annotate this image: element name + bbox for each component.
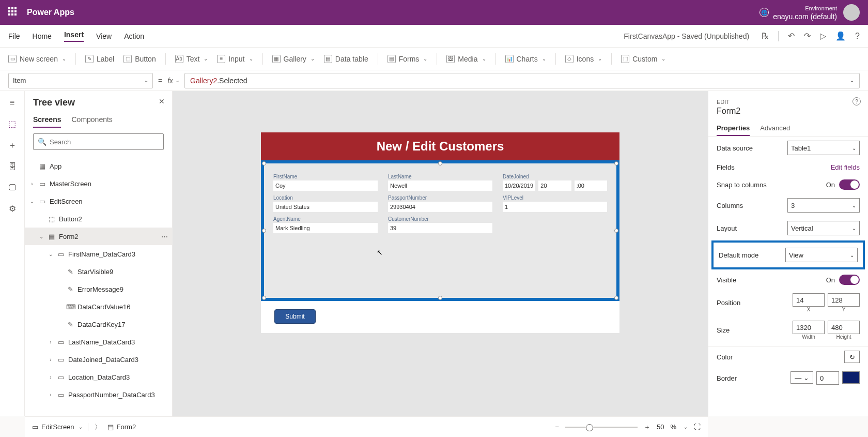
tree-item[interactable]: ›▭LastName_DataCard3 [25, 333, 172, 351]
menu-action[interactable]: Action [124, 32, 144, 40]
left-rail: ≡ ⬚ ＋ 🗄 🖵 ⚙ [0, 91, 25, 416]
tab-screens[interactable]: Screens [33, 112, 61, 128]
zoom-out-icon[interactable]: − [555, 423, 559, 431]
field-passport[interactable]: 29930404 [388, 202, 492, 212]
close-icon[interactable]: ✕ [159, 97, 165, 106]
menu-insert[interactable]: Insert [64, 31, 84, 42]
submit-button[interactable]: Submit [274, 309, 316, 324]
menu-file[interactable]: File [8, 32, 20, 40]
button-button[interactable]: ⬚Button [123, 55, 156, 63]
help-circle-icon[interactable]: ? [853, 97, 861, 106]
border-color-picker[interactable] [842, 371, 860, 384]
insert-toolbar: ▭New screen⌄ ✎Label ⬚Button AbText⌄ ≡Inp… [0, 48, 868, 70]
zoom-slider[interactable] [565, 427, 638, 428]
tab-properties[interactable]: Properties [717, 121, 750, 136]
field-datejoined-date[interactable]: 10/20/2019 [503, 180, 535, 191]
field-viplevel[interactable]: 1 [503, 202, 607, 212]
menu-view[interactable]: View [96, 32, 112, 40]
share-icon[interactable]: 👤 [835, 31, 846, 41]
input-button[interactable]: ≡Input⌄ [217, 55, 253, 63]
fit-icon[interactable]: ⛶ [694, 423, 701, 431]
search-input[interactable] [50, 138, 159, 146]
undo-icon[interactable]: ↶ [788, 31, 795, 41]
status-bar: ▭EditScreen⌄ 〉 ▤Form2 − ＋ 50 % ⌄ ⛶ [25, 416, 708, 437]
charts-button[interactable]: 📊Charts⌄ [505, 55, 546, 63]
pos-x-input[interactable]: 14 [793, 293, 825, 307]
tree-item[interactable]: ▦App [25, 157, 172, 175]
tree-item[interactable]: ✎ErrorMessage9 [25, 280, 172, 298]
zoom-dropdown-icon[interactable]: ⌄ [684, 424, 688, 430]
app-checker-icon[interactable]: ℞ [762, 31, 769, 41]
tree-item[interactable]: ›▭PassportNumber_DataCard3 [25, 386, 172, 403]
layout-select[interactable]: Vertical⌄ [787, 221, 860, 235]
media-button[interactable]: 🖼Media⌄ [446, 55, 486, 63]
advanced-tools-icon[interactable]: ⚙ [9, 204, 16, 214]
gallery-button[interactable]: ▦Gallery⌄ [272, 55, 315, 63]
formula-input[interactable]: Gallery2.Selected ⌄ [184, 73, 860, 88]
snap-toggle[interactable] [839, 179, 860, 190]
custom-button[interactable]: ⬚Custom⌄ [621, 55, 665, 63]
tree-search[interactable]: 🔍 [33, 133, 164, 150]
env-label: Environment [805, 5, 837, 11]
zoom-in-icon[interactable]: ＋ [644, 423, 650, 432]
tree-item[interactable]: ›▭DateJoined_DataCard3 [25, 351, 172, 368]
canvas-area[interactable]: New / Edit Customers ↖ FirstNameCoy Last… [173, 91, 708, 416]
new-screen-button[interactable]: ▭New screen⌄ [8, 55, 66, 63]
add-icon[interactable]: ＋ [8, 140, 17, 151]
default-mode-highlight: Default modeView⌄ [711, 240, 865, 269]
border-width-input[interactable]: 0 [816, 371, 839, 385]
visible-toggle[interactable] [839, 275, 860, 285]
field-agentname[interactable]: Mark Siedling [273, 223, 378, 233]
avatar[interactable] [843, 4, 860, 21]
fx-icon[interactable]: fx⌄ [167, 77, 179, 85]
play-icon[interactable]: ▷ [820, 31, 826, 41]
property-selector[interactable]: Item⌄ [8, 73, 153, 88]
tree-item[interactable]: ⌨DataCardValue16 [25, 298, 172, 315]
datatable-button[interactable]: ▤Data table [324, 55, 368, 63]
form2-selection[interactable]: ↖ FirstNameCoy LastNameNewell DateJoined… [261, 160, 619, 301]
media-rail-icon[interactable]: 🖵 [8, 183, 17, 192]
hamburger-icon[interactable]: ≡ [10, 98, 14, 108]
menu-home[interactable]: Home [33, 32, 52, 40]
breadcrumb-screen[interactable]: ▭EditScreen⌄ [32, 423, 88, 431]
tree-item[interactable]: ✎StarVisible9 [25, 263, 172, 280]
expand-formula-icon[interactable]: ⌄ [850, 78, 854, 83]
border-style-select[interactable]: — ⌄ [791, 371, 813, 384]
text-button[interactable]: AbText⌄ [175, 55, 208, 63]
environment-picker[interactable]: Environment enayu.com (default) [773, 4, 837, 21]
tree-item[interactable]: ⌄▭EditScreen [25, 192, 172, 210]
field-datejoined-hour[interactable]: 20 [538, 180, 571, 191]
default-mode-select[interactable]: View⌄ [785, 248, 858, 262]
edit-fields-link[interactable]: Edit fields [831, 163, 860, 171]
tab-advanced[interactable]: Advanced [760, 121, 790, 136]
tree-item[interactable]: ›▭MasterScreen [25, 175, 172, 192]
redo-icon[interactable]: ↷ [804, 31, 811, 41]
data-icon[interactable]: 🗄 [8, 162, 17, 172]
columns-select[interactable]: 3⌄ [787, 198, 860, 213]
tree-item[interactable]: ✎DataCardKey17 [25, 315, 172, 333]
field-firstname[interactable]: Coy [273, 180, 378, 191]
height-input[interactable]: 480 [828, 321, 860, 334]
tree-item[interactable]: ⌄▤Form2⋯ [25, 228, 172, 245]
field-location[interactable]: United States [273, 202, 378, 212]
field-customernumber[interactable]: 39 [388, 223, 492, 233]
tree-view-icon[interactable]: ⬚ [8, 119, 16, 129]
field-datejoined-min[interactable]: :00 [575, 180, 607, 191]
color-picker[interactable]: ↻ [844, 351, 860, 363]
tree-item[interactable]: ›▭Location_DataCard3 [25, 368, 172, 386]
tree-item[interactable]: ⌄▭FirstName_DataCard3 [25, 245, 172, 263]
help-icon[interactable]: ? [855, 32, 860, 41]
breadcrumb-form[interactable]: ▤Form2 [107, 423, 142, 431]
field-lastname[interactable]: Newell [388, 180, 492, 191]
menu-bar: File Home Insert View Action FirstCanvas… [0, 25, 868, 48]
forms-button[interactable]: ▤Forms⌄ [388, 55, 428, 63]
waffle-icon[interactable] [8, 7, 19, 18]
datasource-select[interactable]: Table1⌄ [787, 141, 860, 155]
tab-components[interactable]: Components [71, 112, 112, 128]
icons-button[interactable]: ◇Icons⌄ [565, 55, 602, 63]
tree-item[interactable]: ⬚Button2 [25, 210, 172, 228]
breadcrumb-sep-icon: 〉 [95, 423, 101, 432]
label-button[interactable]: ✎Label [85, 55, 114, 63]
width-input[interactable]: 1320 [793, 321, 825, 334]
pos-y-input[interactable]: 128 [828, 293, 860, 307]
